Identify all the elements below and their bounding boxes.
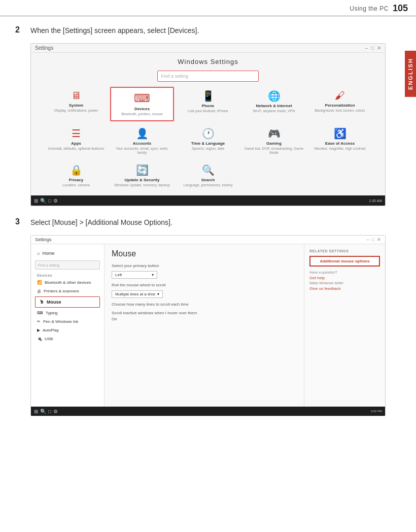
sidebar-item-printers[interactable]: 🖨 Printers & scanners [31,287,104,295]
apps-name: Apps [71,141,81,146]
win-controls: – □ ✕ [365,45,381,51]
settings-item-accounts[interactable]: 👤 Accounts Your accounts, email, sync, w… [110,124,174,158]
start-icon[interactable]: ⊞ [34,198,38,204]
privacy-name: Privacy [69,178,83,183]
settings-item-devices[interactable]: ⌨ Devices Bluetooth, printers, mouse [110,87,174,121]
personalization-desc: Background, lock screen, colors [315,109,365,113]
sidebar-search[interactable]: Find a setting [35,260,100,270]
language-tab: ENGLISH [405,51,416,97]
accounts-name: Accounts [133,141,151,146]
settings-item-gaming[interactable]: 🎮 Gaming Game bar, DVR, broadcasting, Ga… [242,124,306,158]
lines-label: Choose how many lines to scroll each tim… [112,302,297,307]
primary-button-dropdown[interactable]: Left ▾ [112,271,157,279]
mouse-minimize-icon[interactable]: – [367,237,369,242]
time-name: Time & Language [191,141,225,146]
mouse-taskbar-view-icon[interactable]: □ [48,409,51,414]
ease-name: Ease of Access [325,141,355,146]
pen-label: Pen & Windows Ink [43,319,78,324]
get-help-link[interactable]: Get help [309,276,380,280]
sidebar-item-typing[interactable]: ⌨ Typing [31,309,104,317]
mouse-main: Mouse Select your primary button Left ▾ … [105,244,304,407]
sidebar-home[interactable]: ⌂ Home [31,248,104,258]
settings-item-apps[interactable]: ☰ Apps Uninstall, defaults, optional fea… [44,124,108,158]
additional-mouse-options-link[interactable]: Additional mouse options [309,256,380,267]
win-taskbar: ⊞ 🔍 □ ⚙ 1:30 AM [31,195,385,206]
usb-icon: 🔌 [37,337,42,341]
apps-desc: Uninstall, defaults, optional features [48,147,105,151]
win-title: Settings [35,45,53,51]
accounts-icon: 👤 [136,127,149,140]
search-desc: Language, permissions, history [184,183,233,187]
privacy-desc: Location, camera [62,183,90,187]
scroll-label: Roll the mouse wheel to scroll [112,283,297,287]
make-windows-better-label: Make Windows better [309,281,380,285]
step-3: 3 Select [Mouse] > [Additional Mouse Opt… [15,217,401,228]
network-icon: 🌐 [268,90,281,102]
settings-item-time[interactable]: 🕐 Time & Language Speech, region, date [176,124,240,158]
update-icon: 🔄 [136,164,149,176]
mouse-close-icon[interactable]: ✕ [377,237,381,242]
settings-item-privacy[interactable]: 🔒 Privacy Location, camera [44,161,108,190]
mouse-taskbar-search-icon[interactable]: 🔍 [40,409,46,414]
dropdown-chevron-icon: ▾ [152,273,154,277]
time-icon: 🕐 [202,127,215,140]
step-2-text: When the [Settings] screen appears, sele… [30,25,199,36]
taskbar-search-icon[interactable]: 🔍 [40,198,46,204]
sidebar-item-bluetooth[interactable]: 📶 Bluetooth & other devices [31,278,104,287]
gaming-desc: Game bar, DVR, broadcasting, Game Mode [244,147,304,155]
mouse-settings-screenshot: Settings – □ ✕ ⌂ Home Find a setting [30,235,386,416]
printers-icon: 🖨 [37,289,41,293]
sidebar-devices-section: Devices [31,272,104,278]
mouse-body: ⌂ Home Find a setting Devices 📶 Bluetoot… [31,244,385,407]
taskbar-time: 1:30 AM [369,199,382,203]
pen-icon: ✏ [37,319,41,324]
taskbar-view-icon[interactable]: □ [48,198,51,204]
sidebar-search-placeholder: Find a setting [38,263,59,267]
phone-name: Phone [202,104,214,109]
taskbar-settings-icon[interactable]: ⚙ [53,198,58,204]
settings-item-phone[interactable]: 📱 Phone Link your Android, iPhone [176,87,240,121]
phone-desc: Link your Android, iPhone [188,109,228,113]
search-bar[interactable]: Find a setting [157,71,259,82]
usb-label: USB [45,337,53,341]
related-settings-title: Related settings [309,249,380,253]
mouse-taskbar: ⊞ 🔍 □ ⚙ 3:02 PM [31,407,385,416]
home-label: Home [42,251,54,256]
sidebar-item-usb[interactable]: 🔌 USB [31,335,104,343]
settings-item-update[interactable]: 🔄 Update & Security Windows Update, reco… [110,161,174,190]
mouse-settings-window: Settings – □ ✕ ⌂ Home Find a setting [31,236,385,416]
phone-icon: 📱 [202,90,215,102]
minimize-icon[interactable]: – [365,45,368,51]
network-name: Network & Internet [256,104,292,109]
page-number: 105 [393,3,408,14]
win-titlebar: Settings – □ ✕ [31,44,385,53]
typing-icon: ⌨ [37,311,43,315]
mouse-maximize-icon[interactable]: □ [372,237,374,242]
settings-item-system[interactable]: 🖥 System Display, notifications, power [44,87,108,121]
sidebar-item-autoplay[interactable]: ▶ AutoPlay [31,326,104,335]
settings-item-personalization[interactable]: 🖌 Personalization Background, lock scree… [308,87,372,121]
sidebar-item-pen[interactable]: ✏ Pen & Windows Ink [31,317,104,326]
gaming-icon: 🎮 [268,127,281,140]
bluetooth-icon: 📶 [37,280,42,285]
page-header: Using the PC 105 [0,0,416,16]
system-name: System [69,103,83,108]
maximize-icon[interactable]: □ [371,45,374,51]
settings-item-search[interactable]: 🔍 Search Language, permissions, history [176,161,240,190]
primary-button-label: Select your primary button [112,263,297,268]
devices-desc: Bluetooth, printers, mouse [121,112,163,116]
settings-item-network[interactable]: 🌐 Network & Internet Wi-Fi, airplane mod… [242,87,306,121]
settings-item-ease[interactable]: ♿ Ease of Access Narrator, magnifier, hi… [308,124,372,158]
give-feedback-link[interactable]: Give us feedback [309,286,380,291]
mouse-start-icon[interactable]: ⊞ [34,409,38,414]
system-icon: 🖥 [71,90,81,102]
accounts-desc: Your accounts, email, sync, work, family [112,147,172,155]
bluetooth-label: Bluetooth & other devices [45,280,91,285]
main-content: 2 When the [Settings] screen appears, se… [0,16,416,437]
sidebar-item-mouse[interactable]: 🖱 Mouse [35,296,100,308]
scroll-section: Roll the mouse wheel to scroll Multiple … [112,283,297,298]
related-settings-panel: Related settings Additional mouse option… [304,244,385,407]
scroll-dropdown[interactable]: Multiple lines at a time ▾ [112,290,163,298]
close-icon[interactable]: ✕ [377,45,381,51]
mouse-taskbar-settings-icon[interactable]: ⚙ [53,409,58,414]
